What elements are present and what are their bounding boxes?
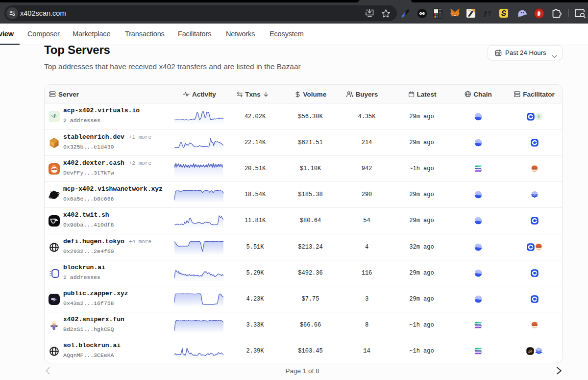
svg-text:f: f xyxy=(484,9,488,17)
svg-text:?: ? xyxy=(488,10,491,17)
